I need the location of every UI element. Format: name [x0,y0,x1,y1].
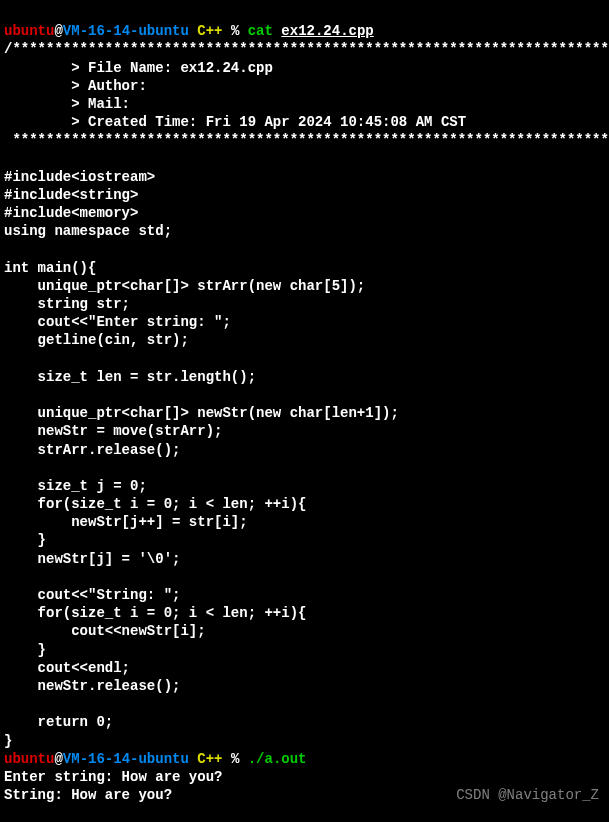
program-output-line: String: How are you? [4,787,172,803]
prompt-user: ubuntu [4,23,54,39]
code-line: size_t j = 0; [4,478,147,494]
code-line: cout<<endl; [4,660,130,676]
code-line: for(size_t i = 0; i < len; ++i){ [4,496,306,512]
code-line: } [4,532,46,548]
prompt-dir: C++ [197,23,222,39]
prompt-cmd: cat [248,23,273,39]
prompt-host: VM-16-14-ubuntu [63,23,189,39]
code-line: strArr.release(); [4,442,180,458]
code-line: #include<iostream> [4,169,155,185]
terminal-output[interactable]: ubuntu@VM-16-14-ubuntu C++ % cat ex12.24… [4,4,605,804]
prompt-line-2: ubuntu@VM-16-14-ubuntu C++ % ./a.out [4,751,307,767]
code-line: } [4,733,12,749]
code-line: newStr[j++] = str[i]; [4,514,248,530]
code-line: size_t len = str.length(); [4,369,256,385]
prompt-at: @ [54,751,62,767]
prompt-arg: ex12.24.cpp [281,23,373,39]
code-line: int main(){ [4,260,96,276]
prompt-cmd: ./a.out [248,751,307,767]
code-line: cout<<newStr[i]; [4,623,206,639]
code-line: using namespace std; [4,223,172,239]
prompt-dir: C++ [197,751,222,767]
code-line: cout<<"String: "; [4,587,180,603]
code-line: unique_ptr<char[]> newStr(new char[len+1… [4,405,399,421]
code-line: for(size_t i = 0; i < len; ++i){ [4,605,306,621]
prompt-sep: % [222,751,247,767]
code-line: #include<memory> [4,205,138,221]
code-line: getline(cin, str); [4,332,189,348]
code-line: unique_ptr<char[]> strArr(new char[5]); [4,278,365,294]
watermark: CSDN @Navigator_Z [456,786,599,804]
code-line: return 0; [4,714,113,730]
code-line: newStr[j] = '\0'; [4,551,180,567]
file-header-author: > Author: [4,78,155,94]
code-line: cout<<"Enter string: "; [4,314,231,330]
prompt-user: ubuntu [4,751,54,767]
code-line: newStr.release(); [4,678,180,694]
prompt-sep: % [222,23,247,39]
code-line: } [4,642,46,658]
file-header-border-top: /***************************************… [4,41,609,57]
prompt-at: @ [54,23,62,39]
file-header-created: > Created Time: Fri 19 Apr 2024 10:45:08… [4,114,466,130]
code-line: string str; [4,296,130,312]
code-line: newStr = move(strArr); [4,423,222,439]
file-header-filename: > File Name: ex12.24.cpp [4,60,273,76]
file-header-border-bottom: ****************************************… [4,132,609,148]
prompt-host: VM-16-14-ubuntu [63,751,189,767]
code-line: #include<string> [4,187,138,203]
prompt-line-1: ubuntu@VM-16-14-ubuntu C++ % cat ex12.24… [4,23,374,39]
program-output-line: Enter string: How are you? [4,769,222,785]
file-header-mail: > Mail: [4,96,138,112]
